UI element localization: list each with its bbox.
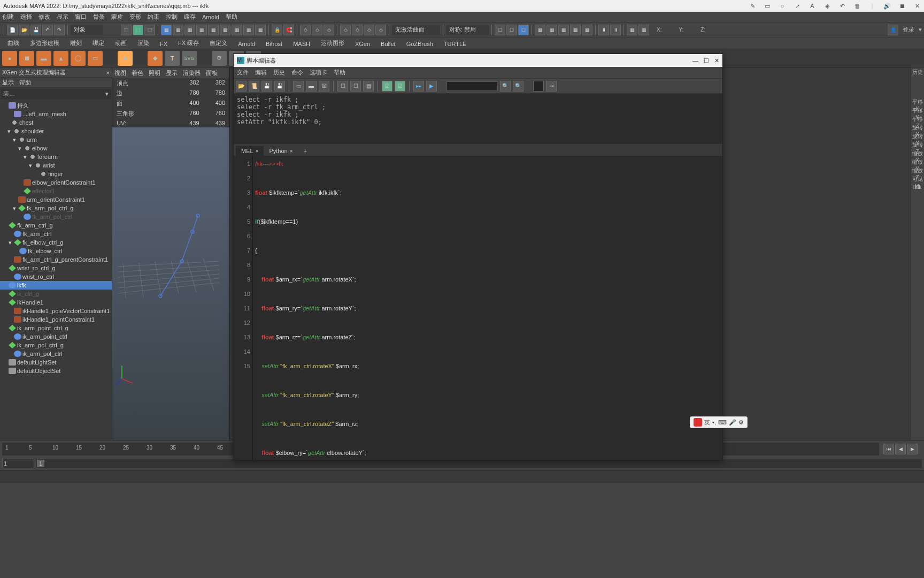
btn-c[interactable]: ◇ xyxy=(324,25,334,35)
ime-tool-icon[interactable]: ⚙ xyxy=(738,419,744,426)
outliner-item[interactable]: ikHandle1 xyxy=(0,298,112,307)
se-linenum-button[interactable]: ☑ xyxy=(395,81,405,92)
render-btn4[interactable]: ▦ xyxy=(570,25,581,35)
vp-light[interactable]: 照明 xyxy=(149,69,160,77)
btn-e[interactable]: ◇ xyxy=(352,25,363,35)
outliner-item[interactable]: ik_arm_pol_ctrl xyxy=(0,349,112,358)
text-icon[interactable]: A xyxy=(807,3,817,9)
menu-help[interactable]: 帮助 xyxy=(226,13,237,21)
outliner-item[interactable]: ik_arm_pol_ctrl_g xyxy=(0,341,112,349)
outliner-item[interactable]: wrist_ro_ctrl xyxy=(0,272,112,281)
maximize-button[interactable]: ☐ xyxy=(704,57,709,64)
lp-help[interactable]: 帮助 xyxy=(19,79,31,87)
menu-constrain[interactable]: 约束 xyxy=(148,13,159,21)
snap-btn3[interactable]: ▦ xyxy=(184,25,195,35)
tab-turtle[interactable]: TURTLE xyxy=(438,39,472,49)
outliner-item[interactable]: ▾wrist xyxy=(0,161,112,170)
tab-render[interactable]: 渲染 xyxy=(132,37,155,49)
tab-anim[interactable]: 动画 xyxy=(110,37,132,49)
play-btn2[interactable]: ⏸ xyxy=(610,25,621,35)
se-cmd[interactable]: 命令 xyxy=(291,69,303,77)
btn-a[interactable]: ◇ xyxy=(300,25,311,35)
btn-i[interactable]: ☐ xyxy=(506,25,517,35)
snap-btn5[interactable]: ▦ xyxy=(208,25,219,35)
add-tab-button[interactable]: + xyxy=(298,146,312,156)
snap-btn4[interactable]: ▦ xyxy=(196,25,207,35)
outliner-item[interactable]: ik_arm_point_ctrl xyxy=(0,332,112,341)
login-dropdown-icon[interactable]: ▾ xyxy=(919,26,922,33)
lp-display[interactable]: 显示 xyxy=(2,79,14,87)
outliner-item[interactable]: fk_arm_pol_ctrl xyxy=(0,212,112,221)
cb-tx[interactable]: 平移 X xyxy=(911,97,924,106)
tab-mash[interactable]: MASH xyxy=(288,39,315,49)
close-button[interactable]: ✕ xyxy=(714,57,719,64)
layout-btn1[interactable]: ▦ xyxy=(627,25,637,35)
outliner-filter-dropdown[interactable]: 装…▾ xyxy=(1,89,111,99)
tab-python[interactable]: Python× xyxy=(264,146,298,156)
snap-btn1[interactable]: ▦ xyxy=(161,25,172,35)
outliner-item[interactable]: fk_arm_ctrl_g xyxy=(0,221,112,230)
menu-deform[interactable]: 变形 xyxy=(129,13,141,21)
ime-punct-icon[interactable]: •, xyxy=(712,419,716,425)
outliner-item[interactable]: ▾elbow xyxy=(0,144,112,153)
shelf-sphere-icon[interactable]: ● xyxy=(2,51,17,66)
btn-j[interactable]: ☐ xyxy=(518,25,529,35)
snap-btn6[interactable]: ▦ xyxy=(220,25,230,35)
se-show-both-button[interactable]: ▤ xyxy=(363,81,374,92)
shelf-cube-icon[interactable]: ◼ xyxy=(19,51,34,66)
se-echo-button[interactable]: ☑ xyxy=(382,81,392,92)
outliner-item[interactable]: ▾arm xyxy=(0,135,112,144)
outliner-item[interactable]: elbow_orientConstraint1 xyxy=(0,178,112,187)
tab-curve[interactable]: 曲线 xyxy=(2,37,25,49)
ime-lang[interactable]: 英 xyxy=(704,419,710,427)
close-icon[interactable]: × xyxy=(290,148,293,154)
ime-keyboard-icon[interactable]: ⌨ xyxy=(718,419,727,426)
btn-f[interactable]: ◇ xyxy=(364,25,374,35)
range-track[interactable]: 1 xyxy=(36,459,922,468)
menu-window[interactable]: 窗口 xyxy=(75,13,87,21)
circle-icon[interactable]: ○ xyxy=(777,3,787,9)
undo-button[interactable]: ↶ xyxy=(42,25,53,35)
user-icon[interactable]: 👤 xyxy=(888,25,898,35)
close-icon[interactable]: ✕ xyxy=(912,3,922,10)
sel-btn3[interactable]: ⬚ xyxy=(144,25,155,35)
lock-button[interactable]: 🔒 xyxy=(272,25,282,35)
goto-start-button[interactable]: ⏮ xyxy=(883,444,894,454)
tab-bullet[interactable]: Bullet xyxy=(375,39,401,49)
cb-ty[interactable]: 平移 Y xyxy=(911,106,924,115)
cb-tz[interactable]: 平移 Z xyxy=(911,115,924,123)
symmetry-dropdown[interactable]: 对称: 禁用 xyxy=(446,25,489,35)
outliner-item[interactable]: ▾shoulder xyxy=(0,127,112,135)
save-scene-button[interactable]: 💾 xyxy=(30,25,41,35)
outliner-item[interactable]: ▾fk_elbow_ctrl_g xyxy=(0,238,112,247)
se-history[interactable]: 历史 xyxy=(273,69,285,77)
volume-icon[interactable]: 🔊 xyxy=(882,3,892,10)
se-source-button[interactable]: 📜 xyxy=(249,81,259,92)
se-search-field[interactable] xyxy=(446,81,498,91)
layout-btn2[interactable]: ▦ xyxy=(638,25,649,35)
se-edit[interactable]: 编辑 xyxy=(255,69,267,77)
pencil-icon[interactable]: ✎ xyxy=(748,3,757,10)
shelf-text-icon[interactable]: T xyxy=(165,51,180,66)
outliner-item[interactable]: defaultLightSet xyxy=(0,358,112,367)
selection-mode-dropdown[interactable]: 对象 xyxy=(71,25,103,35)
se-search-up-button[interactable]: 🔍 xyxy=(513,81,523,92)
redo-button[interactable]: ↷ xyxy=(54,25,65,35)
minimize-button[interactable]: — xyxy=(692,57,698,64)
shelf-cyl-icon[interactable]: ▬ xyxy=(36,51,51,66)
render-btn1[interactable]: ▦ xyxy=(535,25,545,35)
login-button[interactable]: 登录 xyxy=(899,26,918,34)
tab-gozbrush[interactable]: GoZBrush xyxy=(401,39,438,49)
render-btn5[interactable]: ▦ xyxy=(582,25,592,35)
btn-d[interactable]: ◇ xyxy=(340,25,351,35)
se-clear-all-button[interactable]: ☒ xyxy=(319,81,329,92)
render-btn3[interactable]: ▦ xyxy=(558,25,569,35)
se-save-button[interactable]: 💾 xyxy=(261,81,272,92)
menu-control[interactable]: 控制 xyxy=(166,13,178,21)
se-search-down-button[interactable]: 🔍 xyxy=(500,81,511,92)
play-btn1[interactable]: ⏸ xyxy=(598,25,609,35)
outliner-item[interactable]: wrist_ro_ctrl_g xyxy=(0,264,112,272)
close-icon[interactable]: × xyxy=(256,148,259,154)
cb-rz[interactable]: 旋转 Z xyxy=(911,140,924,149)
arrow-icon[interactable]: ➚ xyxy=(792,3,802,10)
